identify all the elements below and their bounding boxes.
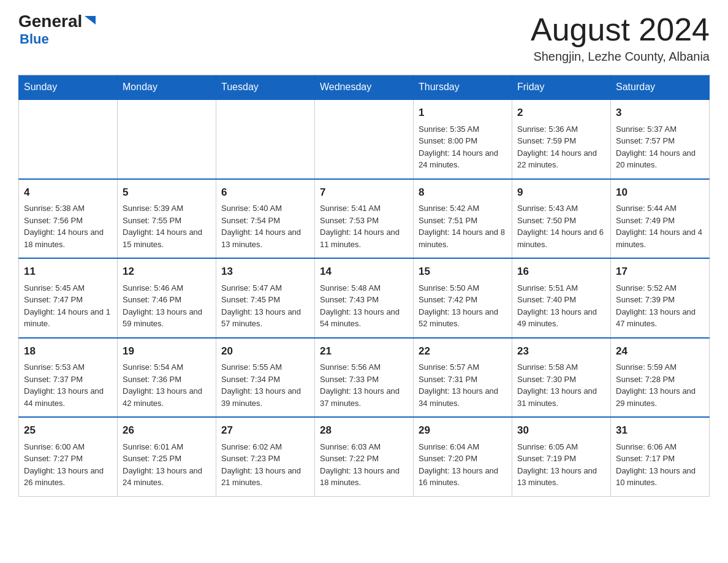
day-info: Daylight: 13 hours and 18 minutes. [320,465,408,489]
calendar-day-cell: 18Sunrise: 5:53 AMSunset: 7:37 PMDayligh… [19,338,118,418]
day-info: Sunset: 7:17 PM [616,453,704,465]
calendar-week-row: 18Sunrise: 5:53 AMSunset: 7:37 PMDayligh… [19,338,710,418]
day-info: Sunrise: 5:54 AM [123,361,211,373]
day-number: 30 [517,423,605,439]
day-info: Daylight: 13 hours and 26 minutes. [24,465,112,489]
calendar-day-cell: 1Sunrise: 5:35 AMSunset: 8:00 PMDaylight… [414,99,512,179]
day-info: Sunrise: 5:56 AM [320,361,408,373]
day-info: Daylight: 14 hours and 6 minutes. [517,226,605,250]
day-number: 19 [123,343,211,359]
day-info: Daylight: 13 hours and 37 minutes. [320,385,408,409]
day-info: Sunrise: 6:04 AM [419,441,507,453]
day-info: Sunset: 7:45 PM [221,294,309,306]
day-info: Sunset: 7:42 PM [419,294,507,306]
calendar-day-cell: 21Sunrise: 5:56 AMSunset: 7:33 PMDayligh… [315,338,414,418]
day-info: Daylight: 14 hours and 24 minutes. [419,147,507,171]
day-info: Daylight: 14 hours and 11 minutes. [320,226,408,250]
day-info: Sunset: 7:53 PM [320,215,408,227]
calendar-day-cell: 11Sunrise: 5:45 AMSunset: 7:47 PMDayligh… [19,258,118,338]
calendar-day-cell: 26Sunrise: 6:01 AMSunset: 7:25 PMDayligh… [118,417,216,496]
day-number: 18 [24,343,112,359]
calendar-day-cell: 28Sunrise: 6:03 AMSunset: 7:22 PMDayligh… [315,417,414,496]
day-info: Sunrise: 6:02 AM [221,441,309,453]
calendar-day-cell: 10Sunrise: 5:44 AMSunset: 7:49 PMDayligh… [611,179,710,259]
day-info: Sunrise: 5:38 AM [24,202,112,215]
empty-cell [118,99,216,179]
calendar-day-cell: 23Sunrise: 5:58 AMSunset: 7:30 PMDayligh… [512,338,611,418]
calendar-day-cell: 22Sunrise: 5:57 AMSunset: 7:31 PMDayligh… [414,338,512,418]
day-info: Daylight: 13 hours and 21 minutes. [221,465,309,489]
day-info: Sunrise: 6:00 AM [24,441,112,453]
day-number: 26 [123,423,211,439]
calendar-week-row: 25Sunrise: 6:00 AMSunset: 7:27 PMDayligh… [19,417,710,496]
day-number: 6 [221,185,309,201]
day-info: Sunrise: 6:03 AM [320,441,408,453]
day-info: Sunset: 7:30 PM [517,373,605,386]
day-number: 29 [419,423,507,439]
day-info: Daylight: 13 hours and 39 minutes. [221,385,309,409]
day-info: Sunset: 7:46 PM [123,294,211,306]
day-info: Sunrise: 5:52 AM [616,282,704,294]
empty-cell [19,99,118,179]
weekday-header-thursday: Thursday [414,75,512,100]
day-info: Sunrise: 5:42 AM [419,202,507,215]
day-number: 9 [517,185,605,201]
day-info: Daylight: 13 hours and 52 minutes. [419,306,507,330]
svg-marker-0 [85,16,96,25]
day-info: Sunrise: 5:41 AM [320,202,408,215]
calendar-day-cell: 30Sunrise: 6:05 AMSunset: 7:19 PMDayligh… [512,417,611,496]
day-info: Sunset: 7:23 PM [221,453,309,465]
day-number: 7 [320,185,408,201]
day-info: Sunrise: 6:01 AM [123,441,211,453]
day-number: 16 [517,264,605,280]
calendar-week-row: 1Sunrise: 5:35 AMSunset: 8:00 PMDaylight… [19,99,710,179]
day-info: Sunrise: 5:48 AM [320,282,408,294]
empty-cell [315,99,414,179]
day-info: Sunrise: 6:05 AM [517,441,605,453]
calendar-day-cell: 16Sunrise: 5:51 AMSunset: 7:40 PMDayligh… [512,258,611,338]
logo-triangle-icon [83,13,97,27]
logo-general: General [18,12,82,31]
day-info: Daylight: 13 hours and 57 minutes. [221,306,309,330]
weekday-header-row: SundayMondayTuesdayWednesdayThursdayFrid… [19,75,710,100]
day-info: Sunrise: 5:43 AM [517,202,605,215]
day-info: Daylight: 13 hours and 44 minutes. [24,385,112,409]
calendar-table: SundayMondayTuesdayWednesdayThursdayFrid… [18,75,710,497]
day-info: Daylight: 13 hours and 59 minutes. [123,306,211,330]
calendar-day-cell: 13Sunrise: 5:47 AMSunset: 7:45 PMDayligh… [216,258,315,338]
day-info: Sunrise: 5:40 AM [221,202,309,215]
day-info: Daylight: 13 hours and 16 minutes. [419,465,507,489]
day-info: Daylight: 13 hours and 47 minutes. [616,306,704,330]
day-info: Sunrise: 5:55 AM [221,361,309,373]
day-info: Sunrise: 5:51 AM [517,282,605,294]
day-info: Daylight: 14 hours and 15 minutes. [123,226,211,250]
day-info: Daylight: 13 hours and 29 minutes. [616,385,704,409]
day-number: 13 [221,264,309,280]
calendar-day-cell: 20Sunrise: 5:55 AMSunset: 7:34 PMDayligh… [216,338,315,418]
subtitle: Shengjin, Lezhe County, Albania [531,50,710,64]
day-info: Sunset: 7:51 PM [419,215,507,227]
day-info: Sunset: 7:49 PM [616,215,704,227]
day-number: 17 [616,264,704,280]
day-info: Sunrise: 5:37 AM [616,123,704,136]
logo-area: General Blue [18,12,97,47]
day-number: 24 [616,343,704,359]
day-info: Sunset: 7:59 PM [517,135,605,147]
day-number: 22 [419,343,507,359]
day-number: 28 [320,423,408,439]
day-info: Sunrise: 5:36 AM [517,123,605,136]
calendar-day-cell: 4Sunrise: 5:38 AMSunset: 7:56 PMDaylight… [19,179,118,259]
day-number: 4 [24,185,112,201]
day-number: 1 [419,105,507,121]
day-info: Sunset: 7:55 PM [123,215,211,227]
day-info: Sunset: 7:34 PM [221,373,309,386]
day-info: Sunset: 7:47 PM [24,294,112,306]
calendar-day-cell: 17Sunrise: 5:52 AMSunset: 7:39 PMDayligh… [611,258,710,338]
day-info: Sunset: 7:28 PM [616,373,704,386]
calendar-week-row: 11Sunrise: 5:45 AMSunset: 7:47 PMDayligh… [19,258,710,338]
day-info: Daylight: 14 hours and 4 minutes. [616,226,704,250]
calendar-day-cell: 2Sunrise: 5:36 AMSunset: 7:59 PMDaylight… [512,99,611,179]
main-title: August 2024 [531,12,710,47]
day-info: Sunrise: 6:06 AM [616,441,704,453]
day-number: 25 [24,423,112,439]
